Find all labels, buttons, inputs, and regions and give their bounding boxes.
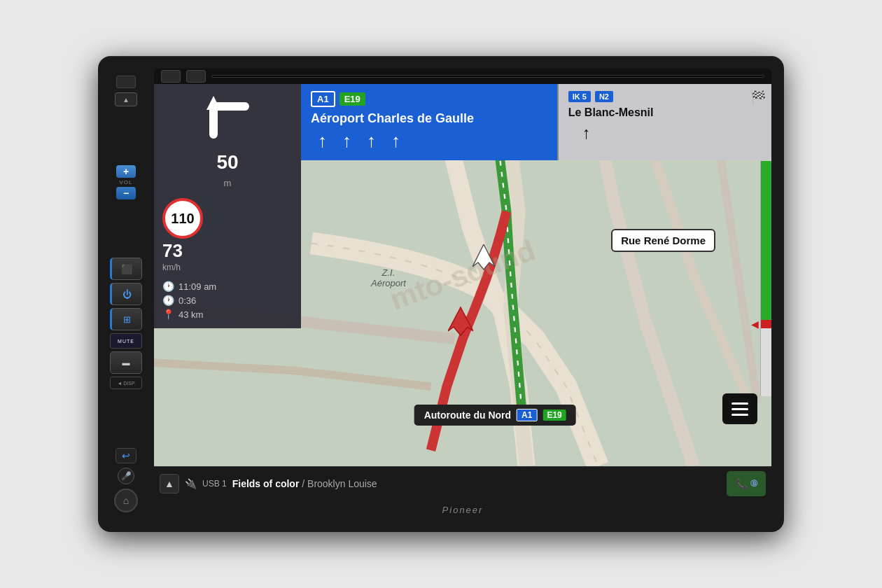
trip-time-row: 🕐 11:09 am (162, 281, 293, 292)
top-buttons: ▲ (115, 76, 137, 106)
secondary-arrow: ↑ (568, 123, 762, 143)
mid-controls: ⬛ ⏻ ⊞ MUTE ▬ ◄ DISP (110, 258, 142, 389)
mic-icon: 🎤 (121, 471, 132, 481)
pioneer-device: ▲ + VOL − ⬛ ⏻ ⊞ MUTE ▬ ◄ DISP (98, 56, 784, 532)
secondary-badges: IK 5 N2 (568, 91, 762, 102)
disp-label: ◄ DISP (117, 381, 134, 386)
car-position-arrow (472, 244, 495, 272)
usb-icon: 🔌 (185, 478, 197, 489)
track-name: Fields of color (232, 478, 300, 489)
media-bar: ▲ 🔌 USB 1 Fields of color / Brooklyn Lou… (154, 466, 771, 500)
bottom-controls: ↩ 🎤 ⌂ (114, 448, 138, 512)
menu-icon (732, 402, 748, 416)
trip-info: 🕐 11:09 am 🕐 0:36 📍 43 km (162, 281, 293, 320)
speed-bar-marker (761, 320, 771, 328)
speed-bar-green (761, 161, 771, 320)
badge-n2: N2 (595, 91, 613, 102)
screen-button[interactable]: ⬛ (110, 258, 142, 280)
badge-e19: E19 (340, 92, 365, 106)
current-position-marker (448, 306, 473, 340)
back-button[interactable]: ↩ (115, 448, 136, 463)
checkered-flag-icon: 🏁 (750, 90, 766, 105)
menu-button[interactable] (722, 393, 757, 424)
back-icon: ↩ (122, 450, 130, 461)
media-track-info: Fields of color / Brooklyn Louise (232, 478, 721, 489)
trip-time-value: 11:09 am (178, 281, 216, 292)
volume-area: + VOL − (116, 165, 136, 200)
screen-wrapper: mto-sound Z.I. Aéroport (154, 69, 771, 519)
highway-arrows: ↑ ↑ ↑ ↑ (311, 130, 547, 152)
clock-icon: 🕐 (162, 281, 174, 292)
top-bar (154, 69, 771, 84)
highway-destination: Aéroport Charles de Gaulle (311, 111, 547, 126)
disp-label-btn[interactable]: ◄ DISP (110, 377, 142, 389)
duration-icon: 🕐 (162, 295, 174, 306)
usb-label: USB 1 (202, 479, 227, 489)
home-icon: ⌂ (123, 495, 129, 506)
speed-unit-label: km/h (162, 262, 181, 272)
mute-button[interactable]: MUTE (110, 333, 142, 349)
svg-marker-2 (472, 244, 495, 270)
microphone-button[interactable]: 🎤 (118, 468, 134, 484)
badge-ik5: IK 5 (568, 91, 591, 102)
phone-icon: 📞 (736, 478, 748, 489)
top-left-btn[interactable] (161, 70, 181, 83)
arrow-1: ↑ (318, 130, 327, 152)
nav-highway-panel: A1 E19 Aéroport Charles de Gaulle ↑ ↑ ↑ … (301, 84, 771, 160)
top-center-btn[interactable] (186, 70, 206, 83)
turn-arrow-svg (200, 92, 255, 141)
phone-button[interactable]: 📞 Ⓑ (727, 471, 766, 496)
svg-marker-3 (448, 307, 473, 335)
arrow-3: ↑ (367, 130, 376, 152)
trip-distance-value: 43 km (178, 309, 203, 320)
cd-slot (211, 75, 764, 78)
eject-top-button[interactable]: ▲ (115, 92, 137, 106)
disp-button[interactable]: ▬ (110, 351, 142, 374)
eject-button[interactable]: ▲ (160, 474, 179, 493)
grid-button[interactable]: ⊞ (110, 308, 142, 330)
power-button[interactable] (116, 76, 136, 88)
arrow-2: ↑ (342, 130, 351, 152)
grid-icon: ⊞ (123, 314, 131, 325)
vol-label: VOL (119, 179, 132, 186)
speed-limit-area: 110 73 km/h (162, 198, 293, 272)
street-label: Rue René Dorme (611, 229, 715, 252)
distance-icon: 📍 (162, 309, 174, 320)
turn-direction-arrow (162, 92, 293, 147)
highway-sign-blue: A1 E19 Aéroport Charles de Gaulle ↑ ↑ ↑ … (301, 84, 559, 160)
arrow-4: ↑ (391, 130, 400, 152)
pioneer-logo: Pioneer (442, 505, 484, 515)
speed-bar (760, 161, 771, 396)
artist-name: / Brooklyn Louise (302, 478, 377, 489)
badge-a1-bottom: A1 (517, 409, 537, 421)
road-name-label: Autoroute du Nord (424, 410, 511, 421)
eject-icon: ▲ (164, 478, 174, 489)
distance-value: 50 (162, 153, 293, 172)
display-icon: ▬ (122, 358, 130, 367)
nav-turn-panel: 50 m 110 73 km/h 🕐 11:09 am 🕐 (154, 84, 301, 328)
current-speed-value: 73 (162, 241, 183, 260)
badge-a1: A1 (311, 91, 335, 107)
highway-sign-gray: IK 5 N2 Le Blanc-Mesnil ↑ 🏁 (559, 84, 771, 160)
power-icon: ⏻ (122, 289, 132, 300)
speed-limit-sign: 110 (162, 198, 203, 239)
volume-plus-button[interactable]: + (116, 165, 136, 178)
screen-icon: ⬛ (121, 264, 132, 274)
secondary-destination: Le Blanc-Mesnil (568, 106, 762, 119)
home-button[interactable]: ⌂ (114, 489, 138, 512)
power-menu-button[interactable]: ⏻ (110, 283, 142, 305)
left-control-panel: ▲ + VOL − ⬛ ⏻ ⊞ MUTE ▬ ◄ DISP (98, 69, 154, 519)
mute-label: MUTE (118, 339, 134, 344)
trip-distance-row: 📍 43 km (162, 309, 293, 320)
badge-e19-bottom: E19 (542, 410, 566, 421)
trip-duration-value: 0:36 (178, 295, 196, 306)
road-label-bottom: Autoroute du Nord A1 E19 (414, 405, 576, 426)
bluetooth-icon: Ⓑ (750, 479, 757, 489)
volume-minus-button[interactable]: − (116, 187, 136, 200)
main-screen[interactable]: mto-sound Z.I. Aéroport (154, 84, 771, 466)
trip-duration-row: 🕐 0:36 (162, 295, 293, 306)
highway-badges: A1 E19 (311, 91, 547, 107)
distance-unit: m (162, 178, 293, 188)
bottom-bezel: Pioneer (154, 500, 771, 519)
